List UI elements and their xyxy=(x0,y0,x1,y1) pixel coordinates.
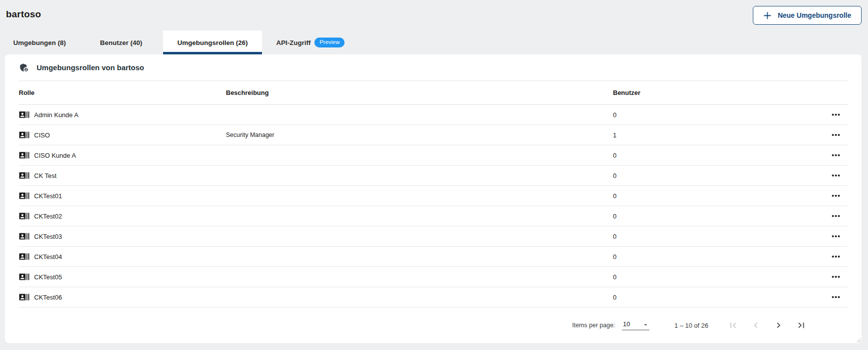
tab-bar: Umgebungen (8) Benutzer (40) Umgebungsro… xyxy=(0,31,359,54)
role-description: Security Manager xyxy=(226,131,613,138)
paginator: Items per page: 10 1 – 10 of 26 xyxy=(19,307,848,343)
contact-card-icon xyxy=(19,292,30,303)
role-name: CK Test xyxy=(34,172,56,179)
preview-badge: Preview xyxy=(314,38,345,47)
role-name: Admin Kunde A xyxy=(34,111,79,119)
table-row[interactable]: CKTest06 0 xyxy=(19,287,848,307)
three-dots-menu-icon xyxy=(831,194,840,197)
contact-card-icon xyxy=(19,231,30,242)
role-name: CISO Kunde A xyxy=(34,152,76,159)
role-user-count: 0 xyxy=(613,213,803,220)
tab-label: API-Zugriff xyxy=(276,39,311,46)
table-row[interactable]: CK Test 0 xyxy=(19,166,848,186)
role-name: CISO xyxy=(34,131,50,139)
column-header-beschreibung: Beschreibung xyxy=(226,89,613,96)
first-page-button[interactable] xyxy=(727,319,739,331)
table-row[interactable]: Admin Kunde A 0 xyxy=(19,105,848,125)
row-menu-button[interactable] xyxy=(829,129,843,141)
page-range-label: 1 – 10 of 26 xyxy=(674,322,708,329)
tab-api-zugriff[interactable]: API-Zugriff Preview xyxy=(262,31,359,54)
tab-umgebungen[interactable]: Umgebungen (8) xyxy=(0,31,79,54)
contact-card-icon xyxy=(19,109,30,120)
role-user-count: 0 xyxy=(613,172,803,179)
row-menu-button[interactable] xyxy=(829,170,843,181)
table-row[interactable]: CKTest05 0 xyxy=(19,267,848,287)
row-menu-button[interactable] xyxy=(829,271,843,283)
environment-roles-card: Umgebungsrollen von bartoso Rolle Beschr… xyxy=(5,54,862,343)
three-dots-menu-icon xyxy=(831,296,840,299)
table-row[interactable]: CKTest04 0 xyxy=(19,247,848,267)
last-page-icon xyxy=(796,320,807,331)
chevron-left-icon xyxy=(750,320,761,331)
section-title: Umgebungsrollen von bartoso xyxy=(37,63,144,72)
table-row[interactable]: CISO Security Manager 1 xyxy=(19,125,848,145)
role-user-count: 0 xyxy=(613,273,803,281)
table-row[interactable]: CKTest01 0 xyxy=(19,186,848,206)
tab-label: Umgebungen (8) xyxy=(13,39,66,46)
items-per-page-label: Items per page: xyxy=(572,322,615,329)
contact-card-icon xyxy=(19,170,30,181)
contact-card-icon xyxy=(19,211,30,221)
table-row[interactable]: CKTest02 0 xyxy=(19,206,848,226)
role-name: CKTest03 xyxy=(34,233,62,240)
role-user-count: 0 xyxy=(613,111,803,119)
contact-card-icon xyxy=(19,251,30,262)
three-dots-menu-icon xyxy=(831,133,840,136)
contact-card-icon xyxy=(19,130,30,140)
plus-icon xyxy=(763,11,772,20)
three-dots-menu-icon xyxy=(831,235,840,238)
row-menu-button[interactable] xyxy=(829,210,843,222)
three-dots-menu-icon xyxy=(831,174,840,177)
previous-page-button[interactable] xyxy=(750,319,762,331)
new-environment-role-label: Neue Umgebungsrolle xyxy=(778,11,851,19)
row-menu-button[interactable] xyxy=(829,190,843,202)
role-name: CKTest05 xyxy=(34,273,62,281)
role-name: CKTest06 xyxy=(34,294,62,301)
role-name: CKTest02 xyxy=(34,213,62,220)
chevron-right-icon xyxy=(773,320,784,331)
next-page-button[interactable] xyxy=(773,319,784,331)
three-dots-menu-icon xyxy=(831,275,840,278)
row-menu-button[interactable] xyxy=(829,109,843,121)
admin-shield-icon xyxy=(19,62,29,73)
row-menu-button[interactable] xyxy=(829,149,843,161)
contact-card-icon xyxy=(19,271,30,282)
first-page-icon xyxy=(728,320,738,331)
three-dots-menu-icon xyxy=(831,113,840,116)
role-user-count: 0 xyxy=(613,192,803,200)
tab-label: Benutzer (40) xyxy=(100,39,142,46)
chevron-down-icon xyxy=(642,321,650,329)
row-menu-button[interactable] xyxy=(829,230,843,242)
column-header-benutzer: Benutzer xyxy=(613,89,803,96)
items-per-page-select[interactable]: 10 xyxy=(622,320,650,330)
items-per-page-value: 10 xyxy=(623,320,630,328)
resize-grip-icon xyxy=(857,338,861,343)
role-user-count: 1 xyxy=(613,131,803,139)
column-header-rolle: Rolle xyxy=(19,89,226,96)
section-header: Umgebungsrollen von bartoso xyxy=(19,54,848,81)
three-dots-menu-icon xyxy=(831,215,840,218)
role-user-count: 0 xyxy=(613,233,803,240)
tab-label: Umgebungsrollen (26) xyxy=(177,39,248,46)
last-page-button[interactable] xyxy=(795,319,807,331)
table-row[interactable]: CISO Kunde A 0 xyxy=(19,145,848,166)
role-user-count: 0 xyxy=(613,294,803,301)
tab-benutzer[interactable]: Benutzer (40) xyxy=(79,31,163,54)
contact-card-icon xyxy=(19,190,30,201)
tab-umgebungsrollen[interactable]: Umgebungsrollen (26) xyxy=(163,31,262,54)
three-dots-menu-icon xyxy=(831,154,840,157)
new-environment-role-button[interactable]: Neue Umgebungsrolle xyxy=(753,6,862,25)
role-name: CKTest04 xyxy=(34,253,62,261)
role-user-count: 0 xyxy=(613,152,803,159)
page-navigation xyxy=(727,319,807,331)
row-menu-button[interactable] xyxy=(829,291,843,303)
table-body: Admin Kunde A 0 xyxy=(19,105,848,307)
role-name: CKTest01 xyxy=(34,192,62,200)
row-menu-button[interactable] xyxy=(829,251,843,262)
table-row[interactable]: CKTest03 0 xyxy=(19,226,848,247)
contact-card-icon xyxy=(19,150,30,161)
three-dots-menu-icon xyxy=(831,255,840,258)
page-title: bartoso xyxy=(6,9,41,20)
role-user-count: 0 xyxy=(613,253,803,261)
table-header-row: Rolle Beschreibung Benutzer xyxy=(19,81,848,105)
